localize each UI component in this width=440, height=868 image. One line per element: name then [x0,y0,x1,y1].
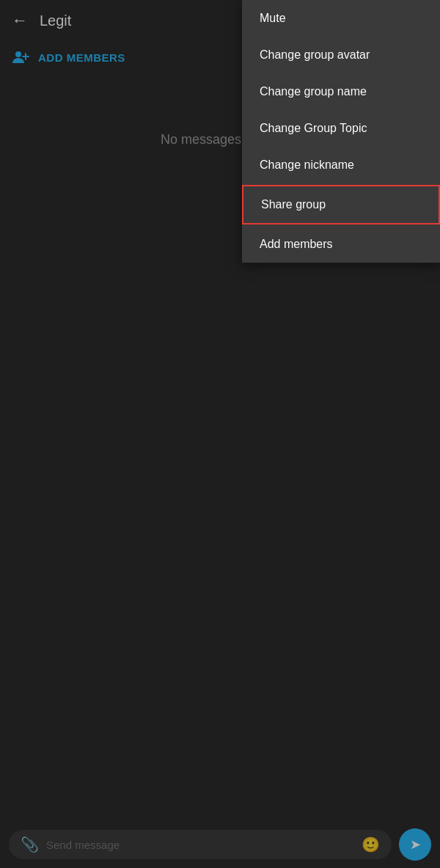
menu-item-share-group[interactable]: Share group [242,185,440,225]
menu-item-change-avatar[interactable]: Change group avatar [242,37,440,73]
dropdown-menu: Mute Change group avatar Change group na… [242,0,440,263]
menu-item-change-name[interactable]: Change group name [242,73,440,110]
menu-item-add-members[interactable]: Add members [242,226,440,263]
menu-item-change-topic[interactable]: Change Group Topic [242,110,440,147]
menu-item-mute[interactable]: Mute [242,0,440,37]
menu-item-change-nickname[interactable]: Change nickname [242,147,440,183]
